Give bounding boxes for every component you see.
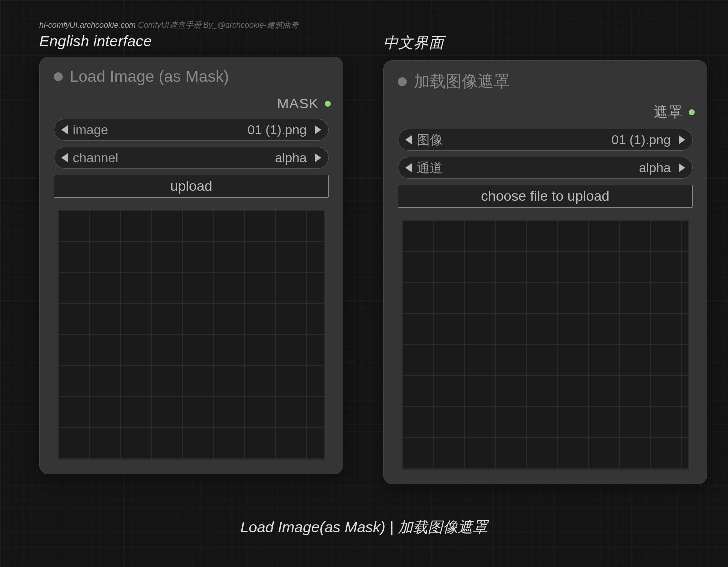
- channel-selector[interactable]: channel alpha: [54, 147, 329, 169]
- chevron-left-icon[interactable]: [61, 125, 68, 134]
- chevron-right-icon[interactable]: [679, 135, 685, 144]
- watermark-site: hi-comfyUI.archcookie.com: [39, 21, 136, 29]
- upload-button[interactable]: choose file to upload: [398, 185, 693, 208]
- watermark-rest: ComfyUI速查手册 By_@archcookie-建筑曲奇: [136, 21, 299, 29]
- upload-button-label: upload: [170, 178, 212, 194]
- chevron-left-icon[interactable]: [405, 135, 412, 144]
- preview-area: [58, 210, 325, 460]
- english-column: English interface Load Image (as Mask) M…: [39, 33, 343, 484]
- node-title: 加载图像遮罩: [414, 71, 510, 93]
- node-card-english[interactable]: Load Image (as Mask) MASK image 01 (1).p…: [39, 57, 343, 474]
- image-selector-label: 图像: [417, 131, 443, 149]
- output-label-mask: MASK: [277, 96, 319, 112]
- upload-button[interactable]: upload: [54, 175, 329, 198]
- image-selector-value: 01 (1).png: [611, 132, 671, 148]
- english-section-label: English interface: [39, 33, 343, 50]
- image-selector[interactable]: image 01 (1).png: [54, 119, 329, 141]
- image-selector-value: 01 (1).png: [247, 122, 307, 138]
- output-row: MASK: [40, 93, 343, 119]
- output-label-mask: 遮罩: [654, 103, 683, 122]
- output-port-icon[interactable]: [688, 108, 696, 116]
- chevron-right-icon[interactable]: [315, 125, 321, 134]
- chinese-column: 中文界面 加载图像遮罩 遮罩 图像 01 (1).png: [383, 33, 707, 484]
- chevron-right-icon[interactable]: [679, 163, 685, 172]
- upload-button-label: choose file to upload: [481, 188, 610, 204]
- chevron-left-icon[interactable]: [61, 153, 68, 162]
- image-selector-label: image: [73, 122, 108, 138]
- channel-selector-label: 通道: [417, 159, 443, 177]
- chevron-right-icon[interactable]: [315, 153, 321, 162]
- chinese-section-label: 中文界面: [383, 33, 707, 53]
- page-caption: Load Image(as Mask) | 加载图像遮罩: [0, 517, 728, 538]
- chevron-left-icon[interactable]: [405, 163, 412, 172]
- channel-selector-value: alpha: [275, 150, 307, 166]
- node-header[interactable]: Load Image (as Mask): [40, 57, 343, 93]
- node-header[interactable]: 加载图像遮罩: [384, 61, 707, 100]
- preview-area: [402, 220, 689, 470]
- node-card-chinese[interactable]: 加载图像遮罩 遮罩 图像 01 (1).png 通道: [383, 60, 707, 484]
- channel-selector[interactable]: 通道 alpha: [398, 157, 693, 179]
- output-row: 遮罩: [384, 100, 707, 129]
- channel-selector-label: channel: [73, 150, 118, 166]
- collapse-dot-icon[interactable]: [398, 77, 407, 86]
- watermark-text: hi-comfyUI.archcookie.com ComfyUI速查手册 By…: [39, 20, 689, 31]
- image-selector[interactable]: 图像 01 (1).png: [398, 129, 693, 151]
- output-port-icon[interactable]: [324, 100, 332, 108]
- channel-selector-value: alpha: [639, 160, 671, 176]
- collapse-dot-icon[interactable]: [54, 72, 63, 81]
- node-title: Load Image (as Mask): [70, 67, 229, 86]
